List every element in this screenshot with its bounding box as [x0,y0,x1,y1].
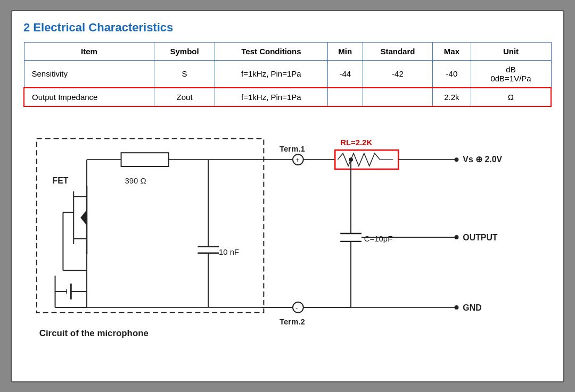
svg-marker-5 [80,210,87,226]
fet-label: FET [53,176,69,185]
table-row-sensitivity: Sensitivity S f=1kHz, Pin=1Pa -44 -42 -4… [24,60,551,88]
r390-label: 390 Ω [125,176,146,185]
output-label: OUTPUT [463,232,498,241]
sensitivity-symbol: S [154,60,215,88]
cap10nf-label: 10 nF [219,247,239,256]
vs-dot [454,157,458,162]
r390-symbol [121,153,169,166]
impedance-conditions: f=1kHz, Pin=1Pa [215,88,327,106]
sensitivity-unit: dB0dB=1V/Pa [471,60,551,88]
gnd-dot [454,305,458,309]
cap10uf-label: C=10μF [364,234,393,243]
circuit-svg: FET [23,122,552,345]
col-item: Item [24,42,154,60]
sensitivity-conditions: f=1kHz, Pin=1Pa [215,60,327,88]
term2-circle [293,302,303,312]
col-standard: Standard [363,42,433,60]
col-symbol: Symbol [154,42,215,60]
term1-plus: + [295,156,300,164]
rl-label: RL=2.2K [340,138,372,147]
impedance-max: 2.2k [433,88,471,106]
impedance-standard [363,88,433,106]
section-title: 2 Electrical Characteristics [23,21,552,35]
col-min: Min [327,42,363,60]
term2-minus: - [295,303,298,311]
col-unit: Unit [471,42,551,60]
sensitivity-max: -40 [433,60,471,88]
output-dot [454,235,458,239]
vs-label: Vs ⊕ 2.0V [463,155,502,164]
impedance-symbol: Zout [154,88,215,106]
electrical-table: Item Symbol Test Conditions Min Standard… [23,42,552,107]
impedance-item: Output Impedance [24,88,154,106]
impedance-min [327,88,363,106]
circuit-diagram: FET [23,122,552,345]
sensitivity-min: -44 [327,60,363,88]
main-card: 2 Electrical Characteristics Item Symbol… [11,10,564,382]
gnd-label: GND [463,303,481,312]
table-header-row: Item Symbol Test Conditions Min Standard… [24,42,551,60]
table-row-output-impedance: Output Impedance Zout f=1kHz, Pin=1Pa 2.… [24,88,551,106]
sensitivity-standard: -42 [363,60,433,88]
term1-label: Term.1 [280,145,305,153]
sensitivity-item: Sensitivity [24,60,154,88]
col-conditions: Test Conditions [215,42,327,60]
impedance-unit: Ω [471,88,551,106]
col-max: Max [433,42,471,60]
term2-label: Term.2 [280,317,305,326]
circuit-caption: Circuit of the microphone [39,328,149,338]
